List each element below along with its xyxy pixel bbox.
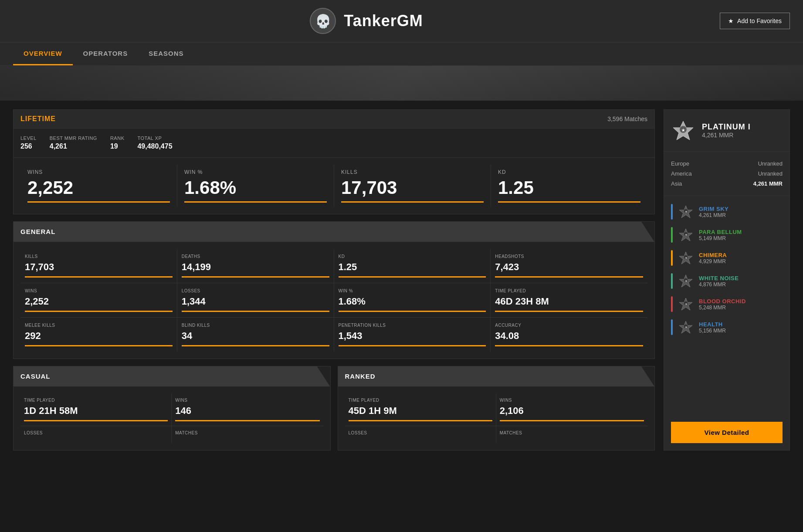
win-pct-big-value: 1.68% [184, 179, 327, 197]
gen-accuracy-value: 34.08 [495, 330, 643, 342]
gen-time-played-bar [495, 311, 643, 312]
general-stat-losses: LOSSES 1,344 [177, 283, 334, 318]
gen-win-pct-value: 1.68% [339, 296, 486, 307]
gen-time-played-value: 46D 23H 8M [495, 296, 643, 307]
season-info: BLOOD ORCHID 5,248 MMR [699, 298, 783, 311]
region-asia-value: 4,261 MMR [753, 180, 783, 187]
general-stat-accuracy: ACCURACY 34.08 [491, 318, 647, 352]
total-xp-stat: TOTAL XP 49,480,475 [137, 136, 172, 150]
rank-info: PLATINUM I 4,261 MMR [702, 122, 751, 139]
hero-area [0, 66, 803, 101]
lifetime-header: LIFETIME 3,596 Matches [14, 110, 654, 129]
gen-deaths-label: DEATHS [182, 254, 329, 259]
kills-big-label: KILLS [341, 169, 484, 175]
season-info: GRIM SKY 4,261 MMR [699, 206, 783, 218]
general-header: GENERAL [14, 222, 654, 242]
general-stat-kills: KILLS 17,703 [20, 249, 177, 283]
lifetime-section: LIFETIME 3,596 Matches LEVEL 256 BEST MM… [13, 109, 655, 214]
gen-kills-value: 17,703 [25, 261, 173, 273]
casual-time-label: TIME PLAYED [24, 398, 168, 403]
gen-blind-value: 34 [182, 330, 329, 342]
level-label: LEVEL [20, 136, 37, 141]
casual-matches-label: MATCHES [175, 430, 319, 435]
casual-stats-grid: TIME PLAYED 1D 21H 58M WINS 146 LOSSES [14, 386, 330, 450]
rank-stat: RANK 19 [110, 136, 125, 150]
ranked-time-bar [349, 420, 492, 421]
ranked-time-value: 45D 1H 9M [349, 405, 492, 417]
gen-melee-value: 292 [25, 330, 173, 342]
nav-tabs: OVERVIEW OPERATORS SEASONS [0, 43, 803, 66]
season-name: PARA BELLUM [699, 229, 783, 235]
star-icon: ★ [728, 17, 734, 24]
wins-big-label: WINS [27, 169, 170, 175]
season-color-bar [671, 319, 673, 335]
tab-seasons[interactable]: SEASONS [138, 43, 194, 65]
tab-overview[interactable]: OVERVIEW [13, 43, 73, 65]
season-badge: ★ [678, 273, 694, 289]
gen-losses-label: LOSSES [182, 288, 329, 293]
big-stats-row: WINS 2,252 WIN % 1.68% KILLS 17,703 [14, 158, 654, 214]
wins-big-value: 2,252 [27, 179, 170, 197]
casual-wins-value: 146 [175, 405, 319, 417]
page-wrapper: 💀 TankerGM ★ Add to Favorites OVERVIEW O… [0, 0, 803, 459]
gen-accuracy-label: ACCURACY [495, 323, 643, 328]
ranked-wins-value: 2,106 [500, 405, 644, 417]
season-mmr: 4,876 MMR [699, 281, 783, 288]
region-table: Europe Unranked America Unranked Asia 4,… [664, 152, 789, 196]
rank-mmr: 4,261 MMR [702, 132, 751, 139]
right-sidebar: ★ PLATINUM I 4,261 MMR Europe Unranked A… [664, 109, 790, 451]
skull-icon: 💀 [315, 14, 331, 29]
best-mmr-value: 4,261 [50, 142, 97, 150]
gen-penetration-bar [339, 345, 486, 346]
season-color-bar [671, 250, 673, 266]
bottom-sections: CASUAL TIME PLAYED 1D 21H 58M WINS 146 [13, 366, 655, 451]
gen-accuracy-bar [495, 345, 643, 346]
win-pct-big-label: WIN % [184, 169, 327, 175]
win-pct-bar [184, 201, 327, 203]
season-badge: ★ [678, 227, 694, 243]
region-europe-value: Unranked [758, 160, 783, 167]
svg-text:★: ★ [681, 128, 685, 132]
general-stat-wins: WINS 2,252 [20, 283, 177, 318]
ranked-section: RANKED TIME PLAYED 45D 1H 9M WINS 2,106 [338, 366, 655, 451]
general-stat-time-played: TIME PLAYED 46D 23H 8M [491, 283, 647, 318]
general-stat-melee: MELEE KILLS 292 [20, 318, 177, 352]
season-badge: ★ [678, 319, 694, 335]
gen-kd-label: KD [339, 254, 486, 259]
ranked-losses-label: LOSSES [349, 430, 492, 435]
season-info: WHITE NOISE 4,876 MMR [699, 275, 783, 288]
add-favorites-label: Add to Favorites [737, 17, 782, 24]
season-info: PARA BELLUM 5,149 MMR [699, 229, 783, 241]
gen-wins-value: 2,252 [25, 296, 173, 307]
view-detailed-button[interactable]: View Detailed [671, 422, 783, 443]
season-item: ★ PARA BELLUM 5,149 MMR [671, 224, 783, 247]
general-stat-blind: BLIND KILLS 34 [177, 318, 334, 352]
general-stat-kd: KD 1.25 [334, 249, 491, 283]
season-color-bar [671, 204, 673, 220]
kd-big-value: 1.25 [498, 179, 640, 197]
region-row-america: America Unranked [671, 169, 783, 179]
tab-operators[interactable]: OPERATORS [73, 43, 139, 65]
season-mmr: 4,929 MMR [699, 258, 783, 264]
level-value: 256 [20, 142, 37, 150]
gen-deaths-value: 14,199 [182, 261, 329, 273]
ranked-matches-label: MATCHES [500, 430, 644, 435]
gen-kd-value: 1.25 [339, 261, 486, 273]
casual-matches: MATCHES [172, 426, 323, 443]
season-name: WHITE NOISE [699, 275, 783, 281]
rank-name: PLATINUM I [702, 122, 751, 132]
casual-time-played: TIME PLAYED 1D 21H 58M [20, 393, 172, 426]
casual-header: CASUAL [14, 366, 330, 386]
add-favorites-button[interactable]: ★ Add to Favorites [720, 13, 790, 29]
gen-win-pct-label: WIN % [339, 288, 486, 293]
gen-blind-label: BLIND KILLS [182, 323, 329, 328]
best-mmr-stat: BEST MMR RATING 4,261 [50, 136, 97, 150]
season-item: ★ CHIMERA 4,929 MMR [671, 247, 783, 270]
best-mmr-label: BEST MMR RATING [50, 136, 97, 141]
gen-time-played-label: TIME PLAYED [495, 288, 643, 293]
gen-melee-bar [25, 345, 173, 346]
gen-penetration-label: PENETRATION KILLS [339, 323, 486, 328]
season-item: ★ WHITE NOISE 4,876 MMR [671, 270, 783, 293]
season-mmr: 5,156 MMR [699, 328, 783, 334]
ranked-matches: MATCHES [496, 426, 647, 443]
